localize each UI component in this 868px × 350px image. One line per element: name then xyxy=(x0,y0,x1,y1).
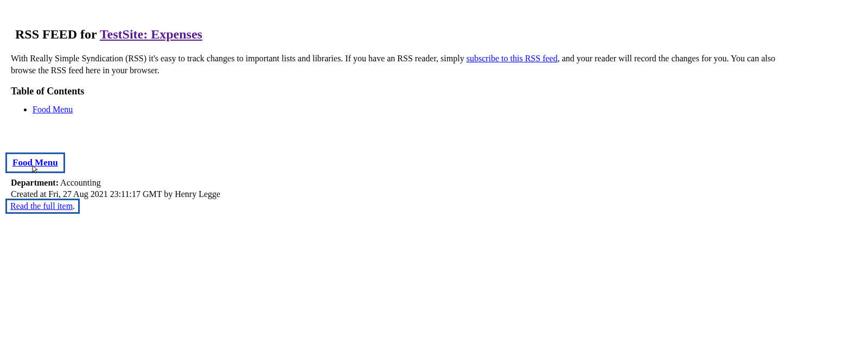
item-department: Department: Accounting xyxy=(11,177,857,189)
toc-heading: Table of Contents xyxy=(11,86,857,97)
subscribe-link[interactable]: subscribe to this RSS feed xyxy=(467,54,558,63)
description-paragraph: With Really Simple Syndication (RSS) it'… xyxy=(11,53,792,76)
item-title-highlight: Food Menu xyxy=(5,152,65,173)
toc-list: Food Menu xyxy=(33,105,857,114)
page-title: RSS FEED for TestSite: Expenses xyxy=(15,27,857,42)
trailing-period: . xyxy=(73,201,75,211)
toc-item: Food Menu xyxy=(33,105,857,114)
site-link[interactable]: TestSite: Expenses xyxy=(100,27,202,41)
item-title-link[interactable]: Food Menu xyxy=(12,157,58,168)
feed-item: Food Menu Department: Accounting Created… xyxy=(11,152,857,214)
item-created: Created at Fri, 27 Aug 2021 23:11:17 GMT… xyxy=(11,189,857,200)
department-value: Accounting xyxy=(59,178,101,187)
description-text-1: With Really Simple Syndication (RSS) it'… xyxy=(11,54,467,63)
toc-link-food-menu[interactable]: Food Menu xyxy=(33,105,73,114)
title-prefix: RSS FEED for xyxy=(15,27,100,41)
read-full-link[interactable]: Read the full item xyxy=(10,201,73,211)
department-label: Department: xyxy=(11,178,59,187)
read-full-highlight: Read the full item. xyxy=(5,199,80,214)
